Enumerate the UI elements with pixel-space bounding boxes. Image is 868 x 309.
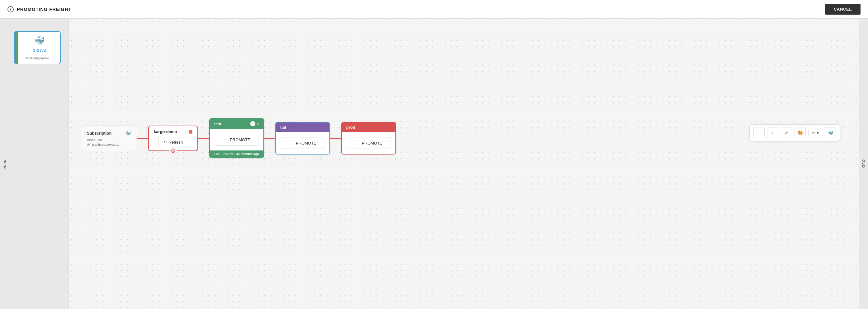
docker-toolbar-icon: 🐳 <box>828 130 833 135</box>
freight-card-content: 🐳 1.27.3 <box>21 35 59 54</box>
uat-promote-arrow-icon: → <box>289 140 293 145</box>
old-label: OLD <box>862 160 866 168</box>
prod-stage-body: → PROMOTE <box>342 132 395 154</box>
prod-promote-arrow-icon: → <box>355 140 359 145</box>
pencil-icon: ✏ <box>812 130 815 135</box>
toolbar: − + ⤢ 🎨 ✏ ▾ 🐳 <box>749 124 840 141</box>
new-label: NEW <box>3 159 7 169</box>
left-panel: NEW 🐳 1.27.3 wrinkled-sparrow <box>0 19 68 309</box>
repo-label: REPO URL <box>87 139 131 142</box>
kargo-demo-container: kargo-demo ▦ ↻ Refresh 🚫 <box>148 126 198 151</box>
refresh-label: Refresh <box>169 140 183 144</box>
prod-stage-label: prod <box>346 125 355 130</box>
subscription-label: Subscription <box>87 131 112 136</box>
green-bar <box>14 32 19 64</box>
prod-promote-label: PROMOTE <box>362 141 382 145</box>
test-promote-button[interactable]: → PROMOTE <box>215 134 258 145</box>
kargo-demo-label: kargo-demo <box>154 129 177 134</box>
divider-line <box>68 109 859 109</box>
uat-stage-label: uat <box>280 125 286 130</box>
eye-slash-icon: 🚫 <box>169 147 177 155</box>
dropdown-chevron: ▾ <box>817 130 819 135</box>
subscription-header: Subscription 🐳 <box>87 130 131 136</box>
check-icon: ✓ <box>250 121 255 126</box>
test-stage-icons: ✓ ♥ <box>250 121 259 126</box>
uat-stage-header: uat <box>276 123 330 132</box>
zoom-in-button[interactable]: + <box>767 127 778 138</box>
test-promote-label: PROMOTE <box>230 137 250 142</box>
page-title-container: ? PROMOTING FREIGHT <box>7 6 71 12</box>
grid-icon: ▦ <box>189 129 192 134</box>
uat-promote-button[interactable]: → PROMOTE <box>281 137 324 149</box>
last-promo-prefix: LAST PROMO: <box>214 152 236 156</box>
uat-stage-node: uat → PROMOTE <box>275 122 330 154</box>
connector-kargo-test <box>198 138 209 139</box>
refresh-button[interactable]: ↻ Refresh <box>158 137 188 147</box>
docker-icon: 🐳 <box>34 35 45 46</box>
right-panel: OLD <box>859 19 868 309</box>
refresh-icon: ↻ <box>163 140 167 144</box>
test-stage-node: test ✓ ♥ → PROMOTE LAST PROMO: 42 minute… <box>209 118 264 158</box>
prod-promote-button[interactable]: → PROMOTE <box>347 137 391 149</box>
link-icon: 🔗 <box>87 143 91 146</box>
last-promo-bar: LAST PROMO: 42 minutes ago <box>210 150 264 158</box>
docker-toolbar-button[interactable]: 🐳 <box>825 127 836 138</box>
freight-version: 1.27.3 <box>33 47 46 53</box>
fit-icon: ⤢ <box>784 130 788 135</box>
freight-card[interactable]: 🐳 1.27.3 wrinkled-sparrow <box>14 31 61 64</box>
last-promo-time: 42 minutes ago <box>236 152 259 156</box>
uat-stage-body: → PROMOTE <box>276 132 330 154</box>
pencil-dropdown[interactable]: ✏ ▾ <box>808 128 822 137</box>
test-stage-body: → PROMOTE <box>210 129 264 150</box>
fit-button[interactable]: ⤢ <box>781 127 792 138</box>
cancel-button[interactable]: CANCEL <box>825 4 861 14</box>
prod-stage-header: prod <box>342 123 395 132</box>
promote-arrow-icon: → <box>223 137 227 142</box>
repo-url-text: public.ecr.aws/n... <box>92 143 119 146</box>
uat-promote-label: PROMOTE <box>296 141 316 145</box>
repo-url: 🔗 public.ecr.aws/n... <box>87 143 131 146</box>
top-bar: ? PROMOTING FREIGHT CANCEL <box>0 0 868 19</box>
palette-icon: 🎨 <box>798 130 803 135</box>
subscription-node: Subscription 🐳 REPO URL 🔗 public.ecr.aws… <box>81 126 137 151</box>
page-title: PROMOTING FREIGHT <box>17 6 71 12</box>
heart-icon: ♥ <box>256 122 259 126</box>
prod-stage-node: prod → PROMOTE <box>341 122 396 154</box>
subscription-docker-icon: 🐳 <box>125 130 131 136</box>
test-stage-label: test <box>214 122 221 126</box>
canvas-area: Subscription 🐳 REPO URL 🔗 public.ecr.aws… <box>68 19 859 309</box>
connector-uat-prod <box>330 138 341 139</box>
title-icon: ? <box>7 6 14 12</box>
flow-nodes: Subscription 🐳 REPO URL 🔗 public.ecr.aws… <box>81 118 396 158</box>
connector-sub-kargo <box>137 138 148 139</box>
zoom-out-button[interactable]: − <box>753 127 765 138</box>
connector-test-uat <box>264 138 275 139</box>
test-stage-header: test ✓ ♥ <box>210 119 264 129</box>
kargo-demo-header: kargo-demo ▦ <box>154 129 192 134</box>
freight-name: wrinkled-sparrow <box>26 57 49 60</box>
palette-button[interactable]: 🎨 <box>795 127 806 138</box>
